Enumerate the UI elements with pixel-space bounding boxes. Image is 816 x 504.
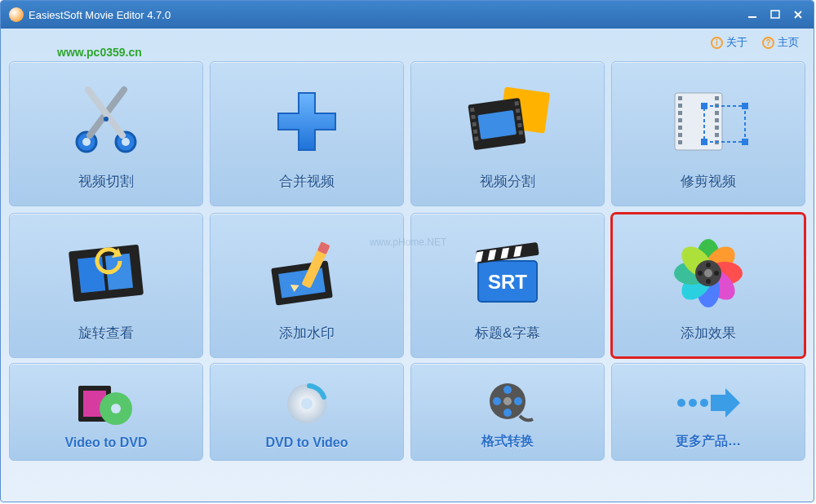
titlebar: EasiestSoft Movie Editor 4.7.0 xyxy=(1,1,814,29)
svg-point-79 xyxy=(493,397,501,405)
minimize-icon xyxy=(747,10,757,20)
tile-video-cut[interactable]: 视频切割 xyxy=(9,61,203,206)
svg-rect-36 xyxy=(701,103,707,109)
scissors-icon xyxy=(15,70,197,172)
tile-trim-video[interactable]: 修剪视频 xyxy=(611,61,805,206)
svg-rect-1 xyxy=(771,11,779,18)
close-icon xyxy=(793,10,803,20)
svg-rect-13 xyxy=(473,129,478,134)
svg-rect-38 xyxy=(701,139,707,145)
svg-rect-25 xyxy=(678,126,682,130)
tile-label: 旋转查看 xyxy=(78,324,134,343)
svg-rect-19 xyxy=(518,130,523,135)
svg-rect-33 xyxy=(715,133,719,137)
svg-rect-32 xyxy=(715,126,719,130)
tile-add-effect[interactable]: 添加效果 xyxy=(611,213,805,358)
svg-rect-9 xyxy=(477,110,517,139)
svg-point-80 xyxy=(677,399,685,407)
svg-point-67 xyxy=(698,271,703,276)
svg-point-63 xyxy=(704,269,712,277)
tile-video-to-dvd[interactable]: Video to DVD xyxy=(9,363,203,461)
tile-dvd-to-video[interactable]: DVD to Video xyxy=(210,363,404,461)
svg-point-73 xyxy=(301,398,313,409)
tile-label: DVD to Video xyxy=(265,435,348,450)
svg-rect-23 xyxy=(678,111,682,115)
tile-add-watermark[interactable]: 添加水印 xyxy=(210,213,404,358)
svg-point-66 xyxy=(706,279,711,284)
svg-point-78 xyxy=(503,409,512,417)
svg-rect-30 xyxy=(715,111,719,115)
svg-rect-37 xyxy=(742,103,748,109)
svg-rect-28 xyxy=(715,96,719,100)
svg-rect-14 xyxy=(474,136,479,141)
tile-format-convert[interactable]: 格式转换 xyxy=(410,363,605,461)
minimize-button[interactable] xyxy=(742,7,763,23)
svg-rect-18 xyxy=(517,122,522,127)
film-crop-icon xyxy=(617,70,800,172)
tile-label: 标题&字幕 xyxy=(475,324,539,343)
svg-rect-27 xyxy=(678,140,682,144)
pencil-film-icon xyxy=(215,222,398,324)
svg-rect-21 xyxy=(678,96,682,100)
tile-title-subtitle[interactable]: SRT 标题&字幕 xyxy=(410,213,605,358)
svg-point-6 xyxy=(104,117,109,122)
tile-video-split[interactable]: 视频分割 xyxy=(410,61,605,206)
svg-point-81 xyxy=(689,399,697,407)
arrow-more-icon xyxy=(617,372,800,433)
svg-rect-10 xyxy=(470,107,475,112)
tile-label: 添加水印 xyxy=(279,324,335,343)
svg-rect-24 xyxy=(678,118,682,122)
app-window: EasiestSoft Movie Editor 4.7.0 www.pc035… xyxy=(0,0,814,502)
question-icon: ? xyxy=(762,37,774,49)
svg-rect-31 xyxy=(715,118,719,122)
plus-icon xyxy=(215,70,398,172)
svg-rect-17 xyxy=(517,115,521,120)
svg-rect-41 xyxy=(78,256,105,293)
svg-rect-22 xyxy=(678,104,682,108)
dvd-to-video-icon xyxy=(215,372,398,435)
about-label: 关于 xyxy=(726,35,747,50)
close-button[interactable] xyxy=(787,7,809,23)
main-grid: 视频切割 合并视频 xyxy=(1,56,814,363)
tile-label: 合并视频 xyxy=(279,172,335,191)
home-link[interactable]: ? 主页 xyxy=(762,35,799,50)
svg-point-64 xyxy=(706,263,711,267)
tile-more-products[interactable]: 更多产品… xyxy=(611,363,805,461)
svg-rect-39 xyxy=(742,139,748,145)
tile-merge-video[interactable]: 合并视频 xyxy=(210,61,404,206)
tile-label: 视频分割 xyxy=(480,172,535,191)
maximize-button[interactable] xyxy=(765,7,786,23)
bottom-row: Video to DVD DVD to Video xyxy=(1,363,814,469)
tile-label: 更多产品… xyxy=(676,433,741,450)
svg-text:SRT: SRT xyxy=(488,271,527,293)
tile-rotate-view[interactable]: 旋转查看 xyxy=(9,213,203,358)
srt-clapper-icon: SRT xyxy=(416,222,599,324)
tile-label: 添加效果 xyxy=(681,324,736,343)
info-icon: i xyxy=(711,37,723,49)
tile-label: Video to DVD xyxy=(64,435,147,450)
svg-rect-11 xyxy=(471,114,476,119)
svg-rect-0 xyxy=(748,16,756,18)
svg-rect-12 xyxy=(472,122,477,126)
film-rotate-icon xyxy=(15,222,197,324)
svg-point-65 xyxy=(714,271,719,276)
svg-point-71 xyxy=(111,404,121,413)
app-icon xyxy=(9,7,24,22)
svg-rect-15 xyxy=(514,101,519,106)
url-watermark: www.pc0359.cn xyxy=(57,46,142,59)
svg-point-76 xyxy=(503,386,512,394)
about-link[interactable]: i 关于 xyxy=(711,35,747,50)
svg-rect-16 xyxy=(516,108,521,113)
svg-point-82 xyxy=(700,399,708,407)
home-label: 主页 xyxy=(778,35,799,50)
tile-label: 修剪视频 xyxy=(681,172,736,191)
video-to-dvd-icon xyxy=(15,372,197,435)
tile-label: 格式转换 xyxy=(481,433,534,450)
filmstrip-split-icon xyxy=(416,70,599,172)
window-title: EasiestSoft Movie Editor 4.7.0 xyxy=(29,9,740,21)
reel-convert-icon xyxy=(416,372,599,433)
color-wheel-icon xyxy=(617,222,800,324)
svg-point-4 xyxy=(82,138,91,146)
svg-point-75 xyxy=(503,397,512,405)
tile-label: 视频切割 xyxy=(78,172,134,191)
